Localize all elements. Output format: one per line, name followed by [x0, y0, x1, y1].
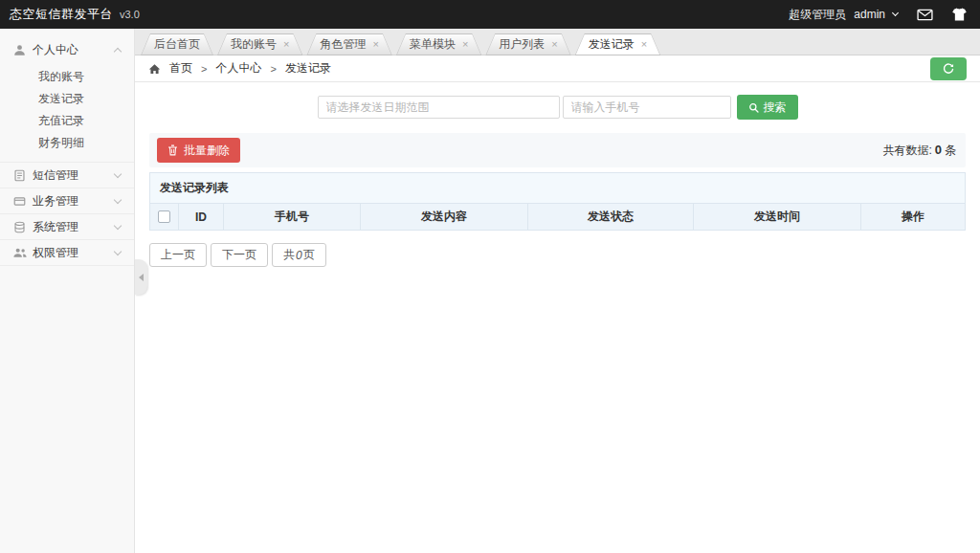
header-cell-action: 操作 — [861, 204, 965, 230]
search-button[interactable]: 搜索 — [737, 95, 798, 120]
phone-number-input[interactable] — [563, 96, 731, 119]
sidebar-item-label: 个人中心 — [33, 42, 115, 58]
total-unit: 条 — [945, 144, 956, 157]
breadcrumb-row: 首页 > 个人中心 > 发送记录 — [135, 55, 980, 82]
sidebar-sublist: 我的账号 发送记录 充值记录 财务明细 — [0, 63, 134, 162]
send-records-table: 发送记录列表 ID 手机号 发送内容 发送状态 发送时间 操作 — [149, 172, 966, 231]
tab-label: 发送记录 — [589, 36, 635, 53]
breadcrumb-home[interactable]: 首页 — [169, 60, 192, 77]
close-icon[interactable]: × — [641, 39, 647, 50]
sidebar-item-permission-management[interactable]: 权限管理 — [0, 240, 134, 265]
user-role: 超级管理员 — [789, 7, 846, 23]
chevron-down-icon — [892, 10, 899, 16]
trash-icon — [167, 144, 178, 156]
close-icon[interactable]: × — [551, 39, 557, 50]
app-version: v3.0 — [120, 9, 140, 20]
tab-label: 角色管理 — [320, 36, 366, 53]
search-button-label: 搜索 — [764, 100, 787, 116]
close-icon[interactable]: × — [462, 39, 468, 50]
theme-tshirt-icon[interactable] — [952, 8, 967, 21]
total-pages-suffix: 页 — [303, 247, 315, 263]
table-header-row: ID 手机号 发送内容 发送状态 发送时间 操作 — [150, 204, 965, 230]
tab-label: 我的账号 — [231, 36, 277, 53]
sidebar-item-label: 权限管理 — [33, 245, 115, 261]
batch-delete-label: 批量删除 — [184, 143, 230, 159]
breadcrumb-separator: > — [270, 63, 276, 75]
close-icon[interactable]: × — [372, 39, 378, 50]
topbar: 态空短信群发平台 v3.0 超级管理员 admin — [0, 0, 980, 29]
tab-label: 后台首页 — [154, 36, 200, 53]
next-page-button[interactable]: 下一页 — [211, 243, 268, 267]
breadcrumb: 首页 > 个人中心 > 发送记录 — [148, 60, 331, 77]
total-pages-count: 0 — [296, 249, 302, 262]
sidebar: 个人中心 我的账号 发送记录 充值记录 财务明细 短信管理 — [0, 29, 135, 553]
select-all-checkbox[interactable] — [158, 210, 170, 223]
tab-bar: 后台首页 我的账号 × 角色管理 × 菜单模块 × 用户列表 × 发送记录 × — [135, 29, 980, 55]
header-cell-status: 发送状态 — [528, 204, 694, 230]
page-body: 搜索 批量删除 共有数据:0条 发送记录列表 — [135, 82, 980, 553]
tab-send-records[interactable]: 发送记录 × — [575, 33, 660, 55]
header-cell-id: ID — [179, 204, 224, 230]
users-group-icon — [13, 247, 30, 258]
sidebar-item-personal-center[interactable]: 个人中心 — [0, 36, 134, 63]
database-icon — [13, 221, 30, 233]
sidebar-item-label: 短信管理 — [33, 167, 115, 184]
total-label: 共有数据: — [882, 144, 931, 157]
chevron-down-icon — [114, 247, 122, 254]
chevron-left-icon — [139, 274, 144, 281]
close-icon[interactable]: × — [283, 39, 289, 50]
header-cell-content: 发送内容 — [361, 204, 528, 230]
chevron-up-icon — [114, 47, 122, 55]
chevron-down-icon — [114, 195, 122, 203]
table-title: 发送记录列表 — [150, 173, 965, 204]
app-title: 态空短信群发平台 — [10, 6, 113, 23]
app-brand: 态空短信群发平台 v3.0 — [10, 6, 140, 23]
prev-page-button[interactable]: 上一页 — [149, 243, 207, 267]
user-menu[interactable]: 超级管理员 admin — [789, 7, 898, 23]
search-icon — [748, 102, 759, 113]
tab-my-account[interactable]: 我的账号 × — [217, 33, 302, 55]
content-area: 后台首页 我的账号 × 角色管理 × 菜单模块 × 用户列表 × 发送记录 × — [135, 29, 980, 553]
header-cell-checkbox — [150, 204, 179, 230]
sidebar-item-label: 业务管理 — [33, 193, 115, 210]
sidebar-item-finance-details[interactable]: 财务明细 — [0, 132, 134, 154]
breadcrumb-section[interactable]: 个人中心 — [215, 60, 261, 77]
refresh-icon — [942, 62, 955, 76]
total-data-text: 共有数据:0条 — [882, 143, 956, 159]
sidebar-section-personal: 个人中心 我的账号 发送记录 充值记录 财务明细 — [0, 36, 134, 162]
sidebar-item-recharge-records[interactable]: 充值记录 — [0, 110, 134, 132]
tab-label: 用户列表 — [499, 36, 545, 53]
sidebar-item-business-management[interactable]: 业务管理 — [0, 188, 134, 213]
total-pages-indicator: 共0页 — [272, 243, 326, 267]
breadcrumb-separator: > — [201, 63, 207, 75]
total-pages-prefix: 共 — [283, 247, 295, 263]
sidebar-item-send-records[interactable]: 发送记录 — [0, 88, 134, 110]
breadcrumb-current: 发送记录 — [285, 60, 331, 77]
total-count: 0 — [935, 143, 942, 157]
tab-label: 菜单模块 — [410, 36, 456, 53]
chevron-down-icon — [114, 221, 122, 229]
sidebar-item-system-management[interactable]: 系统管理 — [0, 214, 134, 239]
message-icon — [13, 169, 30, 182]
header-cell-time: 发送时间 — [694, 204, 861, 230]
pagination: 上一页 下一页 共0页 — [149, 243, 966, 267]
user-name: admin — [854, 8, 885, 21]
sidebar-collapse-handle[interactable] — [135, 259, 147, 295]
tab-user-list[interactable]: 用户列表 × — [485, 33, 570, 55]
sidebar-item-sms-management[interactable]: 短信管理 — [0, 163, 134, 188]
home-icon — [148, 63, 161, 75]
table-toolbar: 批量删除 共有数据:0条 — [149, 133, 966, 167]
card-icon — [13, 195, 30, 208]
chevron-down-icon — [114, 169, 122, 177]
mail-icon[interactable] — [917, 9, 933, 21]
refresh-button[interactable] — [930, 57, 967, 80]
tab-menu-module[interactable]: 菜单模块 × — [396, 33, 481, 55]
sidebar-item-my-account[interactable]: 我的账号 — [0, 66, 134, 88]
search-row: 搜索 — [149, 95, 966, 120]
batch-delete-button[interactable]: 批量删除 — [157, 138, 240, 163]
header-cell-phone: 手机号 — [224, 204, 361, 230]
tab-dashboard[interactable]: 后台首页 — [141, 33, 213, 55]
tab-role-management[interactable]: 角色管理 × — [306, 33, 391, 55]
sidebar-item-label: 系统管理 — [33, 219, 115, 235]
date-range-input[interactable] — [318, 96, 560, 119]
